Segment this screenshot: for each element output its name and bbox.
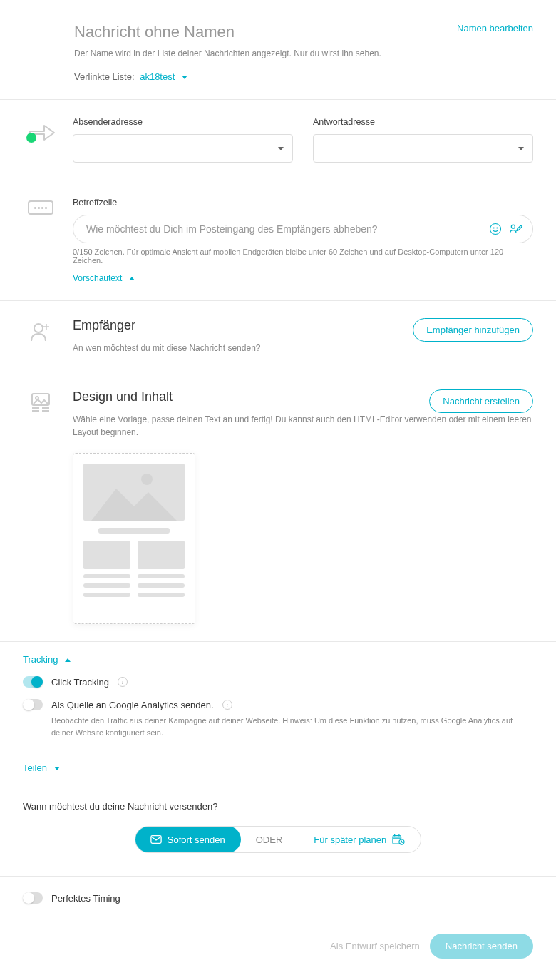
- info-icon[interactable]: i: [222, 700, 232, 710]
- send-timing-section: Wann möchtest du deine Nachricht versend…: [0, 785, 556, 876]
- send-message-button[interactable]: Nachricht senden: [430, 934, 533, 959]
- send-arrow-icon: [24, 120, 57, 143]
- save-draft-button[interactable]: Als Entwurf speichern: [330, 941, 420, 951]
- page-title: Nachricht ohne Namen: [74, 23, 235, 41]
- share-section: Teilen: [0, 750, 556, 785]
- subject-input[interactable]: [73, 215, 533, 243]
- keyboard-icon: [28, 200, 53, 215]
- tracking-section: Tracking Click Tracking i Als Quelle an …: [0, 642, 556, 750]
- info-icon[interactable]: i: [118, 677, 128, 687]
- recipients-desc: An wen möchtest du mit diese Nachricht s…: [73, 342, 533, 354]
- create-message-button[interactable]: Nachricht erstellen: [429, 389, 533, 413]
- subject-label: Betreffzeile: [73, 198, 533, 208]
- click-tracking-toggle[interactable]: [23, 676, 43, 688]
- share-toggle-header[interactable]: Teilen: [23, 762, 60, 773]
- design-title: Design und Inhalt: [73, 389, 173, 404]
- addresses-section: Absenderadresse Antwortadresse: [0, 100, 556, 180]
- send-toggle-group: Sofort senden ODER Für später planen: [135, 826, 421, 853]
- edit-name-link[interactable]: Namen bearbeiten: [457, 23, 533, 34]
- preview-text-link[interactable]: Vorschautext: [73, 273, 135, 283]
- svg-point-3: [497, 228, 498, 228]
- svg-rect-13: [151, 836, 161, 844]
- thumbnail-image-placeholder: [83, 464, 185, 521]
- linked-list-row: Verlinkte Liste: ak18test: [74, 71, 533, 82]
- schedule-later-option[interactable]: Für später planen: [298, 827, 421, 852]
- send-or-divider: ODER: [240, 827, 299, 852]
- template-thumbnail[interactable]: [73, 453, 195, 624]
- recipients-title: Empfänger: [73, 318, 135, 333]
- perfect-timing-toggle[interactable]: [23, 892, 43, 904]
- send-question: Wann möchtest du deine Nachricht versend…: [23, 801, 533, 812]
- svg-point-1: [490, 224, 501, 235]
- chevron-up-icon: [129, 277, 135, 280]
- perfect-timing-label: Perfektes Timing: [51, 893, 120, 904]
- personalize-icon[interactable]: [509, 223, 523, 235]
- chevron-down-icon: [182, 76, 187, 79]
- chevron-up-icon: [65, 658, 71, 662]
- reply-select[interactable]: [313, 134, 533, 163]
- header-section: Nachricht ohne Namen Namen bearbeiten De…: [0, 0, 556, 100]
- send-now-option[interactable]: Sofort senden: [135, 826, 241, 853]
- svg-point-4: [511, 225, 515, 228]
- perfect-timing-section: Perfektes Timing: [0, 876, 556, 919]
- svg-point-0: [26, 133, 36, 143]
- tracking-toggle-header[interactable]: Tracking: [23, 654, 71, 665]
- ga-label: Als Quelle an Google Analytics senden.: [51, 700, 214, 710]
- emoji-icon[interactable]: [489, 223, 502, 235]
- subject-section: Betreffzeile 0/150 Zeichen. Für optimale…: [0, 180, 556, 301]
- sender-select[interactable]: [73, 134, 293, 163]
- add-user-icon: [29, 321, 52, 342]
- image-layout-icon: [31, 392, 51, 412]
- svg-point-2: [493, 228, 494, 228]
- click-tracking-label: Click Tracking: [51, 677, 109, 688]
- footer-actions: Als Entwurf speichern Nachricht senden: [0, 919, 556, 973]
- svg-point-12: [141, 474, 153, 485]
- header-desc: Der Name wird in der Liste deiner Nachri…: [74, 47, 533, 60]
- ga-desc: Beobachte den Traffic aus deiner Kampagn…: [51, 715, 533, 738]
- add-recipients-button[interactable]: Empfänger hinzufügen: [413, 318, 533, 342]
- design-desc: Wähle eine Vorlage, passe deinen Text an…: [73, 413, 533, 439]
- ga-toggle[interactable]: [23, 699, 43, 710]
- design-section: Design und Inhalt Nachricht erstellen Wä…: [0, 372, 556, 642]
- sender-label: Absenderadresse: [73, 117, 293, 127]
- linked-list-dropdown[interactable]: ak18test: [140, 71, 187, 82]
- chevron-down-icon: [518, 147, 524, 150]
- linked-list-label: Verlinkte Liste:: [74, 71, 135, 82]
- reply-label: Antwortadresse: [313, 117, 533, 127]
- chevron-down-icon: [278, 147, 284, 150]
- mail-icon: [150, 834, 162, 844]
- calendar-clock-icon: [392, 834, 405, 845]
- recipients-section: Empfänger Empfänger hinzufügen An wen mö…: [0, 301, 556, 372]
- svg-point-5: [34, 324, 43, 332]
- subject-hint: 0/150 Zeichen. Für optimale Ansicht auf …: [73, 247, 533, 265]
- chevron-down-icon: [54, 767, 60, 770]
